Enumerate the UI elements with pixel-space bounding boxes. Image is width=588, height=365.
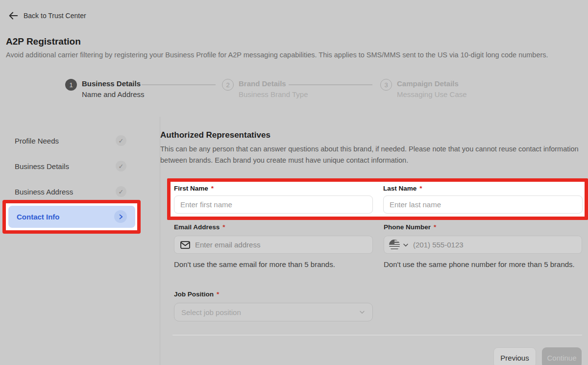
- select-placeholder: Select job position: [181, 308, 359, 316]
- step-subtitle: Messaging Use Case: [397, 89, 467, 100]
- sidebar-item-contact-info[interactable]: Contact Info: [8, 206, 135, 228]
- stepper-connector: [142, 84, 216, 85]
- email-input[interactable]: [174, 236, 373, 254]
- chevron-down-icon: [402, 242, 409, 248]
- step-title: Business Details: [82, 78, 145, 89]
- a2p-registration-page: Back to Trust Center A2P Registration Av…: [0, 0, 588, 365]
- first-name-input[interactable]: [174, 195, 373, 214]
- phone-helper-text: Don't use the same phone number for more…: [384, 259, 582, 270]
- required-mark: *: [434, 223, 436, 231]
- required-mark: *: [222, 223, 225, 231]
- email-label: Email Address*: [174, 223, 225, 231]
- job-position-label: Job Position*: [174, 291, 219, 298]
- annotation-highlight-name-row: First Name* Last Name*: [167, 178, 588, 220]
- sidebar-item-business-details[interactable]: Business Details ✓: [15, 160, 126, 172]
- sidebar-item-label: Business Details: [15, 162, 69, 170]
- stepper-step-business-details: 1 Business Details Name and Address: [65, 78, 145, 100]
- sidebar-item-label: Profile Needs: [15, 137, 59, 145]
- back-arrow-icon: [8, 10, 19, 21]
- step-number-badge: 3: [380, 79, 392, 91]
- stepper-step-brand-details: 2 Brand Details Business Brand Type: [222, 78, 308, 100]
- previous-button[interactable]: Previous: [493, 347, 536, 365]
- step-number-badge: 1: [65, 79, 77, 91]
- required-mark: *: [211, 185, 214, 192]
- sidebar-item-label: Contact Info: [17, 213, 60, 221]
- chevron-right-icon: [114, 210, 127, 223]
- back-link-label: Back to Trust Center: [24, 12, 86, 20]
- envelope-icon: [180, 241, 190, 249]
- job-position-select[interactable]: Select job position: [174, 303, 373, 321]
- annotation-highlight-contact-info: Contact Info: [2, 200, 141, 234]
- country-selector[interactable]: [389, 240, 409, 250]
- last-name-input[interactable]: [383, 195, 583, 214]
- page-subtitle: Avoid additional carrier filtering by re…: [6, 51, 548, 59]
- step-title: Brand Details: [239, 78, 308, 89]
- sidebar-item-business-address[interactable]: Business Address ✓: [15, 186, 126, 197]
- step-title: Campaign Details: [397, 78, 467, 89]
- page-title: A2P Registration: [6, 36, 81, 47]
- continue-button[interactable]: Continue: [542, 347, 582, 365]
- email-helper-text: Don't use the same email for more than 5…: [174, 259, 376, 270]
- back-to-trust-center-link[interactable]: Back to Trust Center: [8, 10, 86, 21]
- step-number-badge: 2: [222, 79, 234, 91]
- stepper-connector: [289, 84, 372, 85]
- check-icon: ✓: [116, 161, 126, 171]
- step-subtitle: Business Brand Type: [239, 89, 308, 100]
- step-subtitle: Name and Address: [82, 89, 145, 100]
- check-icon: ✓: [116, 186, 126, 197]
- section-description: This can be any person that can answer q…: [160, 144, 579, 166]
- phone-label: Phone Number*: [384, 223, 436, 231]
- chevron-down-icon: [359, 309, 366, 316]
- stepper-step-campaign-details: 3 Campaign Details Messaging Use Case: [380, 78, 467, 100]
- first-name-label: First Name*: [174, 185, 214, 192]
- phone-input[interactable]: [384, 236, 582, 254]
- section-title: Authorized Representatives: [160, 130, 270, 140]
- required-mark: *: [419, 185, 422, 192]
- sidebar-item-label: Business Address: [15, 188, 73, 196]
- required-mark: *: [217, 291, 219, 298]
- sidebar-item-profile-needs[interactable]: Profile Needs ✓: [15, 135, 126, 146]
- check-icon: ✓: [116, 135, 126, 146]
- last-name-label: Last Name*: [383, 185, 422, 192]
- footer-divider: [172, 335, 582, 336]
- us-flag-icon: [389, 240, 400, 250]
